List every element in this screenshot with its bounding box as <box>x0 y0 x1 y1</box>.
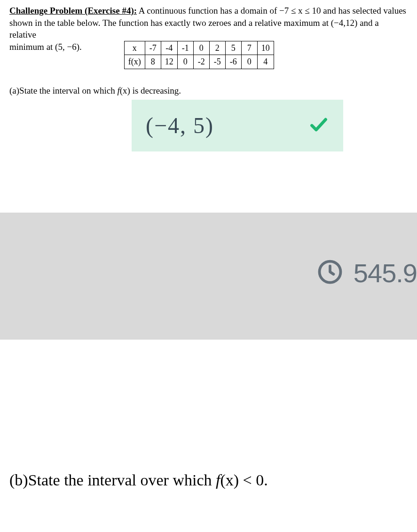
table-cell: 2 <box>209 41 225 55</box>
part-b-suffix: (x) < 0. <box>220 471 268 489</box>
table-cell: -2 <box>193 55 209 69</box>
table-cell: 8 <box>145 55 161 69</box>
table-row: x -7 -4 -1 0 2 5 7 10 <box>124 41 274 55</box>
problem-text-3: minimum at (5, −6). <box>9 41 82 53</box>
part-a-prefix: (a)State the interval on which <box>9 86 118 95</box>
table-cell: 0 <box>241 55 257 69</box>
table-cell: 4 <box>257 55 274 69</box>
ad-band: 545.9 <box>0 213 417 340</box>
table-cell: 7 <box>241 41 257 55</box>
table-cell: -7 <box>145 41 161 55</box>
problem-title: Challenge Problem (Exercise #4): <box>9 6 137 16</box>
table-cell: -5 <box>209 55 225 69</box>
part-a-suffix: (x) is decreasing. <box>120 86 181 95</box>
part-b-prefix: (b)State the interval over which <box>9 471 216 489</box>
part-b-prompt: (b)State the interval over which f(x) < … <box>0 340 417 508</box>
table-cell: 5 <box>225 41 241 55</box>
table-cell: f(x) <box>124 55 145 69</box>
answer-box: (−4, 5) <box>132 100 343 151</box>
table-cell: 12 <box>161 55 177 69</box>
part-a-prompt: (a)State the interval on which f(x) is d… <box>0 71 417 100</box>
problem-header: Challenge Problem (Exercise #4): A conti… <box>0 0 417 71</box>
timer-value: 545.9 <box>354 258 417 288</box>
table-cell: -4 <box>161 41 177 55</box>
answer-value: (−4, 5) <box>146 112 214 138</box>
table-cell: 0 <box>193 41 209 55</box>
table-cell: x <box>124 41 145 55</box>
clock-icon <box>316 258 344 288</box>
table-cell: 10 <box>257 41 274 55</box>
timer-row: 545.9 <box>316 258 417 288</box>
table-row: f(x) 8 12 0 -2 -5 -6 0 4 <box>124 55 274 69</box>
value-table: x -7 -4 -1 0 2 5 7 10 f(x) 8 12 0 -2 -5 … <box>124 41 274 69</box>
checkmark-icon <box>308 114 329 137</box>
table-cell: -6 <box>225 55 241 69</box>
problem-text-2: shown in the table below. The function h… <box>9 17 408 41</box>
problem-text-1: A continuous function has a domain of −7… <box>137 6 406 16</box>
table-cell: 0 <box>177 55 193 69</box>
table-cell: -1 <box>177 41 193 55</box>
